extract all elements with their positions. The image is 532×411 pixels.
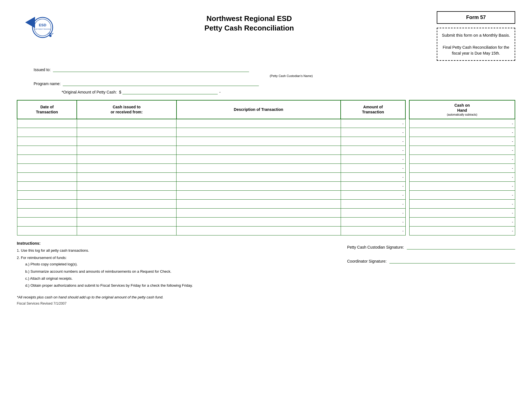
coordinator-sig-row: Coordinator Signature: <box>347 258 515 263</box>
amount-cell[interactable]: - <box>341 119 405 128</box>
coordinator-sig-line[interactable] <box>389 258 515 263</box>
cash-hand-cell[interactable]: - <box>409 218 515 226</box>
amount-cell[interactable]: - <box>341 209 405 218</box>
desc-cell[interactable] <box>176 155 341 164</box>
cash-issued-cell[interactable] <box>77 137 176 146</box>
gap-cell <box>405 191 409 200</box>
cash-issued-cell[interactable] <box>77 146 176 155</box>
footer-note: *All receipts plus cash on hand should a… <box>17 295 515 299</box>
amount-cell[interactable]: - <box>341 155 405 164</box>
cash-hand-cell[interactable]: - <box>409 182 515 191</box>
desc-cell[interactable] <box>176 191 341 200</box>
cash-issued-cell[interactable] <box>77 182 176 191</box>
instructions-heading: Instructions: <box>17 241 347 246</box>
amount-cell[interactable]: - <box>341 200 405 209</box>
table-row: -- <box>17 209 515 218</box>
date-cell[interactable] <box>17 191 77 200</box>
table-row: -- <box>17 182 515 191</box>
gap-col-header <box>405 100 409 119</box>
amount-cell[interactable]: - <box>341 128 405 137</box>
cash-issued-cell[interactable] <box>77 191 176 200</box>
esd-logo: ESD NORTHWEST REGIONAL <box>22 14 56 42</box>
date-cell[interactable] <box>17 164 77 173</box>
header-area: ESD NORTHWEST REGIONAL Northwest Regiona… <box>17 11 515 61</box>
issued-to-input[interactable] <box>53 66 249 72</box>
right-panel: Form 57 Submit this form on a Monthly Ba… <box>437 11 515 61</box>
instructions-list: 1. Use this log for all petty cash trans… <box>17 247 347 289</box>
cash-hand-cell[interactable]: - <box>409 209 515 218</box>
original-amount-input[interactable] <box>122 89 218 94</box>
gap-cell <box>405 226 409 235</box>
col-header-desc: Description of Transaction <box>176 100 341 119</box>
date-cell[interactable] <box>17 128 77 137</box>
cash-issued-cell[interactable] <box>77 128 176 137</box>
cash-hand-cell[interactable]: - <box>409 191 515 200</box>
date-cell[interactable] <box>17 226 77 235</box>
table-row: -- <box>17 173 515 182</box>
desc-cell[interactable] <box>176 164 341 173</box>
table-row: -- <box>17 200 515 209</box>
svg-text:NORTHWEST REGIONAL: NORTHWEST REGIONAL <box>34 28 51 30</box>
date-cell[interactable] <box>17 137 77 146</box>
date-cell[interactable] <box>17 155 77 164</box>
amount-cell[interactable]: - <box>341 191 405 200</box>
cash-hand-cell[interactable]: - <box>409 173 515 182</box>
svg-text:ESD: ESD <box>39 23 47 27</box>
cash-hand-cell[interactable]: - <box>409 164 515 173</box>
gap-cell <box>405 218 409 226</box>
amount-cell[interactable]: - <box>341 182 405 191</box>
desc-cell[interactable] <box>176 137 341 146</box>
instruction-2b: b.) Summarize account numbers and amount… <box>25 268 347 275</box>
custodian-sig-line[interactable] <box>407 244 515 249</box>
date-cell[interactable] <box>17 200 77 209</box>
gap-cell <box>405 137 409 146</box>
desc-cell[interactable] <box>176 128 341 137</box>
cash-issued-cell[interactable] <box>77 164 176 173</box>
cash-hand-cell[interactable]: - <box>409 146 515 155</box>
gap-cell <box>405 209 409 218</box>
cash-hand-cell[interactable]: - <box>409 155 515 164</box>
amount-cell[interactable]: - <box>341 173 405 182</box>
gap-cell <box>405 155 409 164</box>
amount-cell[interactable]: - <box>341 226 405 235</box>
title-line2: Petty Cash Reconciliation <box>205 24 294 32</box>
dollar-sign: $ <box>119 90 121 94</box>
issued-to-sub: (Petty Cash Custodian's Name) <box>34 74 515 78</box>
cash-hand-cell[interactable]: - <box>409 226 515 235</box>
amount-cell[interactable]: - <box>341 146 405 155</box>
date-cell[interactable] <box>17 119 77 128</box>
instruction-2d: d.) Obtain proper authorizations and sub… <box>25 282 347 289</box>
program-name-input[interactable] <box>63 80 259 86</box>
desc-cell[interactable] <box>176 119 341 128</box>
cash-issued-cell[interactable] <box>77 155 176 164</box>
cash-issued-cell[interactable] <box>77 173 176 182</box>
amount-cell[interactable]: - <box>341 137 405 146</box>
form-number: Form 57 <box>466 15 486 20</box>
cash-hand-cell[interactable]: - <box>409 137 515 146</box>
cash-hand-cell[interactable]: - <box>409 200 515 209</box>
desc-cell[interactable] <box>176 200 341 209</box>
desc-cell[interactable] <box>176 146 341 155</box>
desc-cell[interactable] <box>176 218 341 226</box>
cash-issued-cell[interactable] <box>77 226 176 235</box>
amount-cell[interactable]: - <box>341 218 405 226</box>
cash-issued-cell[interactable] <box>77 200 176 209</box>
date-cell[interactable] <box>17 182 77 191</box>
cash-hand-cell[interactable]: - <box>409 119 515 128</box>
desc-cell[interactable] <box>176 182 341 191</box>
notice-box: Submit this form on a Monthly Basis. Fin… <box>437 28 515 61</box>
cash-hand-cell[interactable]: - <box>409 128 515 137</box>
desc-cell[interactable] <box>176 173 341 182</box>
table-row: -- <box>17 218 515 226</box>
date-cell[interactable] <box>17 173 77 182</box>
instruction-2c: c.) Attach all original receipts. <box>25 275 347 282</box>
amount-cell[interactable]: - <box>341 164 405 173</box>
cash-issued-cell[interactable] <box>77 119 176 128</box>
date-cell[interactable] <box>17 209 77 218</box>
desc-cell[interactable] <box>176 226 341 235</box>
desc-cell[interactable] <box>176 209 341 218</box>
date-cell[interactable] <box>17 218 77 226</box>
cash-issued-cell[interactable] <box>77 218 176 226</box>
date-cell[interactable] <box>17 146 77 155</box>
cash-issued-cell[interactable] <box>77 209 176 218</box>
